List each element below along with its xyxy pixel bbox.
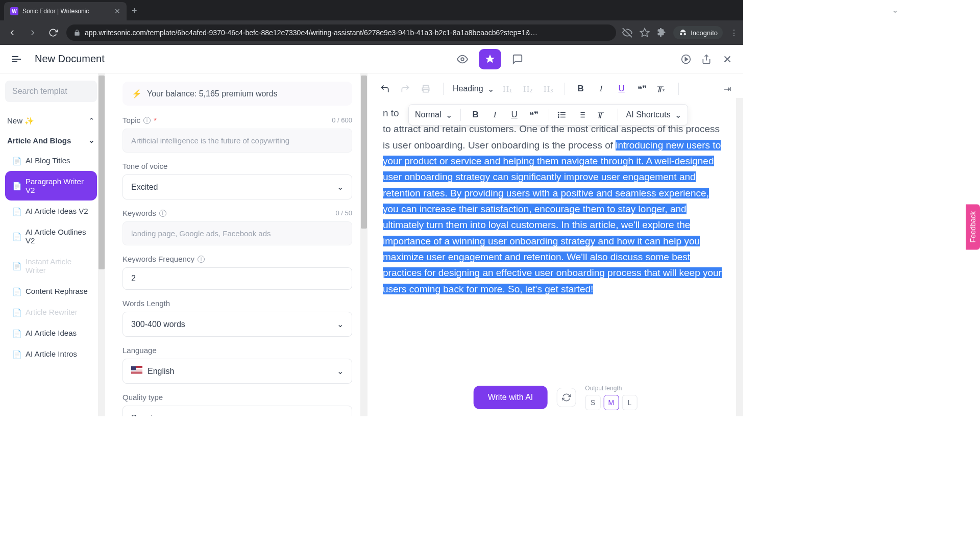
chevron-down-icon: ⌄ <box>337 182 344 192</box>
play-icon[interactable] <box>681 54 691 64</box>
star-icon[interactable] <box>640 28 650 38</box>
topic-char-count: 0 / 600 <box>332 116 352 124</box>
eye-off-icon[interactable] <box>622 28 632 38</box>
doc-icon: 📄 <box>12 262 20 270</box>
refresh-button[interactable] <box>556 388 576 407</box>
incognito-chip[interactable]: Incognito <box>673 26 723 39</box>
underline-button[interactable]: U <box>615 84 628 94</box>
doc-icon: 📄 <box>12 287 20 295</box>
size-m-button[interactable]: M <box>603 395 619 410</box>
words-length-select[interactable]: 300-400 words ⌄ <box>122 312 352 337</box>
svg-marker-0 <box>641 29 649 37</box>
sidebar-item-paragraph-writer[interactable]: 📄Paragraph Writer V2 <box>5 171 97 201</box>
italic-button[interactable]: I <box>595 84 608 94</box>
topic-label: Topic i * 0 / 600 <box>122 116 352 124</box>
undo-button[interactable] <box>380 84 393 94</box>
header-center-tools <box>451 49 529 69</box>
sidebar-item-article-rewriter[interactable]: 📄Article Rewriter <box>5 302 97 322</box>
close-icon[interactable] <box>722 54 733 65</box>
svg-point-17 <box>558 117 559 118</box>
chevron-up-icon: ⌃ <box>88 116 95 126</box>
preview-button[interactable] <box>451 49 474 69</box>
underline-button[interactable]: U <box>508 110 521 120</box>
share-icon[interactable] <box>701 54 712 64</box>
forward-button[interactable] <box>26 26 40 40</box>
browser-tab[interactable]: W Sonic Editor | Writesonic ✕ <box>4 2 127 20</box>
h2-button[interactable]: H₂ <box>522 84 535 94</box>
h1-button[interactable]: H₁ <box>501 84 514 94</box>
keywords-freq-input[interactable]: 2 <box>122 267 352 290</box>
info-icon[interactable]: i <box>159 210 166 217</box>
keywords-input[interactable]: landing page, Google ads, Facebook ads <box>122 221 352 245</box>
collapse-icon[interactable]: ⇥ <box>721 84 734 94</box>
language-label: Language <box>122 346 352 355</box>
editor-scrollbar-track[interactable] <box>736 98 743 416</box>
keywords-label: Keywords i 0 / 50 <box>122 209 352 217</box>
quality-select[interactable]: Premium ⌄ <box>122 406 352 416</box>
generate-button[interactable] <box>479 49 501 69</box>
url-field[interactable]: app.writesonic.com/template/6bc4afed-937… <box>66 24 616 41</box>
reload-button[interactable] <box>46 26 60 40</box>
size-l-button[interactable]: L <box>622 395 637 410</box>
quality-label: Quality type <box>122 393 352 402</box>
sidebar-item-ai-article-ideas-v2[interactable]: 📄AI Article Ideas V2 <box>5 201 97 221</box>
incognito-label: Incognito <box>691 29 718 37</box>
chevron-down-icon: ⌄ <box>337 413 344 416</box>
language-select[interactable]: English ⌄ <box>122 359 352 384</box>
document-title[interactable]: New Document <box>35 53 105 65</box>
panel-scrollbar-thumb[interactable] <box>361 76 367 229</box>
heading-select[interactable]: Heading ⌄ <box>453 84 494 94</box>
ai-shortcuts-select[interactable]: AI Shortcuts ⌄ <box>626 110 681 120</box>
close-tab-icon[interactable]: ✕ <box>114 7 120 15</box>
doc-icon: 📄 <box>12 329 20 337</box>
bold-button[interactable]: B <box>469 110 482 120</box>
editor-bottom-bar: Write with AI Output length S M L <box>474 385 638 410</box>
sidebar-item-ai-article-outlines-v2[interactable]: 📄AI Article Outlines V2 <box>5 221 97 251</box>
clear-format-button[interactable] <box>596 110 609 119</box>
sidebar-item-ai-article-intros[interactable]: 📄AI Article Intros <box>5 343 97 364</box>
sidebar-item-content-rephrase[interactable]: 📄Content Rephrase <box>5 281 97 302</box>
h3-button[interactable]: H₃ <box>542 84 555 94</box>
sidebar-section-new[interactable]: New ✨ ⌃ <box>5 111 97 131</box>
bullet-list-button[interactable] <box>557 110 571 119</box>
svg-rect-11 <box>423 90 428 92</box>
chat-button[interactable] <box>506 49 529 69</box>
incognito-icon <box>678 28 688 37</box>
doc-icon: 📄 <box>12 157 20 165</box>
new-tab-button[interactable]: + <box>132 6 137 16</box>
search-templates-input[interactable]: Search templat <box>5 81 97 102</box>
lock-icon <box>74 29 81 36</box>
bold-button[interactable]: B <box>574 84 587 94</box>
editor-content[interactable]: n to g to attract and retain customers. … <box>378 99 736 348</box>
svg-marker-6 <box>685 57 688 61</box>
chevron-down-icon: ⌄ <box>487 84 494 94</box>
back-button[interactable] <box>5 26 19 40</box>
redo-button[interactable] <box>400 84 413 94</box>
ordered-list-button[interactable] <box>577 110 590 119</box>
kebab-menu-icon[interactable]: ⋮ <box>730 28 738 38</box>
chevron-down-icon: ⌄ <box>446 110 452 120</box>
topic-input[interactable]: Artificial intelligence is the future of… <box>122 129 352 153</box>
write-with-ai-button[interactable]: Write with AI <box>474 386 548 409</box>
quote-button[interactable]: ❝❞ <box>527 110 541 120</box>
tone-label: Tone of voice <box>122 162 352 170</box>
size-s-button[interactable]: S <box>585 395 600 410</box>
sidebar-item-ai-article-ideas[interactable]: 📄AI Article Ideas <box>5 322 97 343</box>
info-icon[interactable]: i <box>198 256 205 263</box>
favicon: W <box>10 7 18 15</box>
sidebar-item-ai-blog-titles[interactable]: 📄AI Blog Titles <box>5 150 97 171</box>
print-button[interactable] <box>421 84 434 94</box>
extensions-icon[interactable] <box>657 28 666 37</box>
sidebar-item-instant-article-writer[interactable]: 📄Instant Article Writer <box>5 251 97 281</box>
content-selected: introducing new users to your product or… <box>383 140 722 294</box>
tone-select[interactable]: Excited ⌄ <box>122 174 352 199</box>
style-select[interactable]: Normal ⌄ <box>415 110 452 120</box>
sidebar-section-articles[interactable]: Article And Blogs ⌄ <box>5 131 97 150</box>
content-fragment-left: n to <box>383 105 399 121</box>
menu-icon[interactable] <box>10 53 22 65</box>
italic-button[interactable]: I <box>488 110 502 120</box>
info-icon[interactable]: i <box>143 117 151 124</box>
chevron-down-icon: ⌄ <box>337 366 344 376</box>
quote-button[interactable]: ❝❞ <box>635 84 649 94</box>
clear-format-button[interactable] <box>656 84 669 93</box>
